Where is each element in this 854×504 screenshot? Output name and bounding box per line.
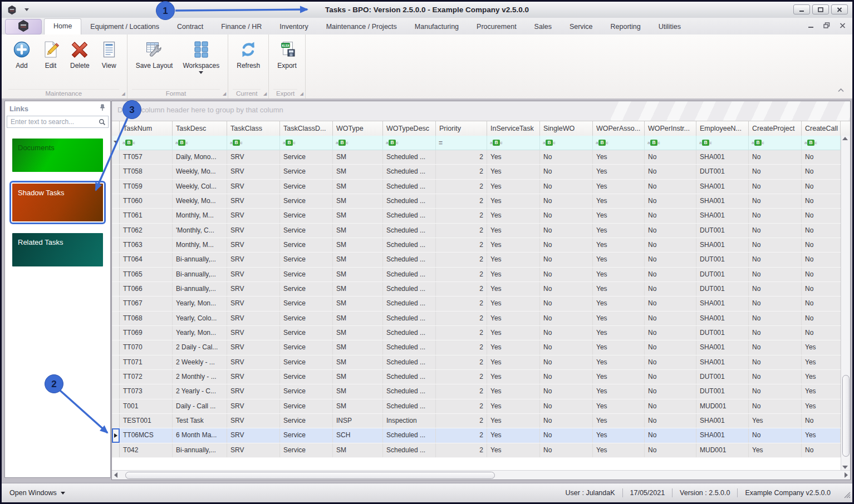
group-dialog-launcher-icon[interactable]: ◢ [122,92,125,96]
group-by-panel[interactable]: Drag a column header here to group by th… [112,101,850,121]
filter-cell-createcall[interactable]: aBc [802,136,841,150]
tab-maintenance-projects[interactable]: Maintenance / Projects [317,19,406,34]
column-header-taskdesc[interactable]: TaskDesc [173,121,227,136]
resize-grip[interactable] [844,491,851,501]
tab-finance-hr[interactable]: Finance / HR [212,19,271,34]
search-input[interactable] [7,116,109,128]
scroll-right-icon[interactable] [845,472,848,478]
mdi-close-icon[interactable] [840,23,846,28]
table-row-TT063[interactable]: TT063Monthly, M...SRVServiceSMScheduled … [112,238,841,253]
table-row-TT060[interactable]: TT060Weekly, Mo...SRVServiceSMScheduled … [112,194,841,209]
tab-equipment-locations[interactable]: Equipment / Locations [81,19,168,34]
column-header-createcall[interactable]: CreateCall [802,121,841,136]
tab-home[interactable]: Home [44,18,81,34]
search-icon[interactable] [99,118,106,128]
tab-manufacturing[interactable]: Manufacturing [406,19,468,34]
table-row-TT070[interactable]: TT0702 Daily - Cal...SRVServiceSMSchedul… [112,340,841,355]
delete-button[interactable]: Delete [65,37,95,70]
filter-cell-employeen[interactable]: aBc [696,136,749,150]
table-row-TT057[interactable]: TT057Daily, Mono...SRVServiceSMScheduled… [112,150,841,165]
mdi-minimize-icon[interactable] [808,23,814,28]
filter-cell-wotypedesc[interactable]: aBc [383,136,436,150]
view-button[interactable]: View [95,37,124,70]
table-row-TT065[interactable]: TT065Bi-annually,...SRVServiceSMSchedule… [112,268,841,282]
horizontal-scrollbar-thumb[interactable] [125,472,495,479]
table-row-TT072[interactable]: TT0722 Monthly - ...SRVServiceSMSchedule… [112,370,841,384]
table-row-TT066[interactable]: TT066Bi-annually,...SRVServiceSMSchedule… [112,282,841,297]
filter-cell-tasknum[interactable]: aBc [120,136,173,150]
filter-cell-singlewo[interactable]: aBc [540,136,593,150]
filter-cell-taskdesc[interactable]: aBc [173,136,227,150]
table-row-TT06MCS[interactable]: TT06MCS6 Month Ma...SRVServiceSCHSchedul… [112,428,841,443]
tab-procurement[interactable]: Procurement [468,19,526,34]
export-button[interactable]: XLSXExport [272,37,302,70]
scroll-down-icon[interactable] [842,466,848,469]
filter-cell-createproject[interactable]: aBc [749,136,802,150]
add-button[interactable]: Add [7,37,36,70]
group-dialog-launcher-icon[interactable]: ◢ [223,92,226,96]
scroll-left-icon[interactable] [114,472,117,478]
tab-utilities[interactable]: Utilities [650,19,690,34]
table-row-TT061[interactable]: TT061Monthly, M...SRVServiceSMScheduled … [112,209,841,223]
table-row-TT067[interactable]: TT067Yearly, Mon...SRVServiceSMScheduled… [112,297,841,311]
vertical-scrollbar-thumb[interactable] [842,375,850,457]
tab-service[interactable]: Service [561,19,602,34]
vertical-scrollbar[interactable] [841,136,850,470]
table-row-TT059[interactable]: TT059Weekly, Col...SRVServiceSMScheduled… [112,180,841,194]
refresh-button[interactable]: Refresh [232,37,265,70]
filter-funnel-icon[interactable] [112,136,120,150]
filter-cell-taskclass[interactable]: aBc [227,136,280,150]
link-tile-documents[interactable]: Documents [12,139,103,172]
table-row-TT062[interactable]: TT062'Monthly, C...SRVServiceSMScheduled… [112,224,841,238]
group-dialog-launcher-icon[interactable]: ◢ [263,92,267,96]
column-header-employeen[interactable]: EmployeeN... [696,121,749,136]
column-header-inservicetask[interactable]: InServiceTask [487,121,540,136]
app-logo-icon[interactable] [7,5,17,15]
filter-cell-taskclassd[interactable]: aBc [280,136,333,150]
open-windows-button[interactable]: Open Windows [2,489,65,497]
scroll-up-icon[interactable] [842,137,848,140]
filter-cell-inservicetask[interactable]: aBc [487,136,540,150]
tab-contract[interactable]: Contract [168,19,212,34]
minimize-button[interactable] [793,4,810,14]
link-tile-related-tasks[interactable]: Related Tasks [12,233,103,266]
column-header-wotypedesc[interactable]: WOTypeDesc [383,121,436,136]
horizontal-scrollbar[interactable] [112,470,850,480]
table-row-TT069[interactable]: TT069Yearly, Mon...SRVServiceSMScheduled… [112,326,841,340]
table-row-TT068[interactable]: TT068Yearly, Colo...SRVServiceSMSchedule… [112,312,841,326]
filter-cell-woperinstr[interactable]: aBc [645,136,696,150]
filter-cell-woperasso[interactable]: aBc [593,136,645,150]
pin-icon[interactable] [99,104,106,113]
workspaces-button[interactable]: Workspaces [178,37,224,74]
column-header-wotype[interactable]: WOType [333,121,383,136]
application-button[interactable] [5,19,42,34]
table-row-T042[interactable]: T042Bi-annually,...SRVServiceSMScheduled… [112,443,841,458]
column-header-woperinstr[interactable]: WOPerInstr... [645,121,696,136]
column-header-tasknum[interactable]: TaskNum [120,121,173,136]
mdi-restore-icon[interactable] [823,22,830,28]
table-row-TT073[interactable]: TT0732 Yearly - C...SRVServiceSMSchedule… [112,384,841,399]
table-row-TEST001[interactable]: TEST001Test TaskSRVServiceINSPInspection… [112,414,841,428]
maximize-button[interactable] [812,4,829,14]
tab-sales[interactable]: Sales [526,19,561,34]
table-row-TT064[interactable]: TT064Bi-annually,...SRVServiceSMSchedule… [112,253,841,267]
table-row-TT058[interactable]: TT058Weekly, Mo...SRVServiceSMScheduled … [112,165,841,179]
column-header-priority[interactable]: Priority [436,121,487,136]
filter-cell-wotype[interactable]: aBc [333,136,383,150]
collapse-ribbon-icon[interactable] [837,87,845,94]
column-header-singlewo[interactable]: SingleWO [540,121,593,136]
table-row-T001[interactable]: T001Daily - Call ...SRVServiceSMSchedule… [112,399,841,414]
column-header-createproject[interactable]: CreateProject [749,121,802,136]
column-header-taskclassd[interactable]: TaskClassD... [280,121,333,136]
filter-cell-priority[interactable]: = [436,136,487,150]
edit-button[interactable]: Edit [36,37,65,70]
quick-access-dropdown-icon[interactable] [24,8,29,11]
group-dialog-launcher-icon[interactable]: ◢ [300,92,303,96]
column-header-woperasso[interactable]: WOPerAsso... [593,121,645,136]
tab-inventory[interactable]: Inventory [271,19,317,34]
close-button[interactable] [831,4,848,14]
tab-reporting[interactable]: Reporting [602,19,650,34]
column-header-taskclass[interactable]: TaskClass [227,121,280,136]
save-layout-button[interactable]: Save Layout [131,37,178,70]
table-row-TT071[interactable]: TT0712 Weekly - ...SRVServiceSMScheduled… [112,355,841,370]
